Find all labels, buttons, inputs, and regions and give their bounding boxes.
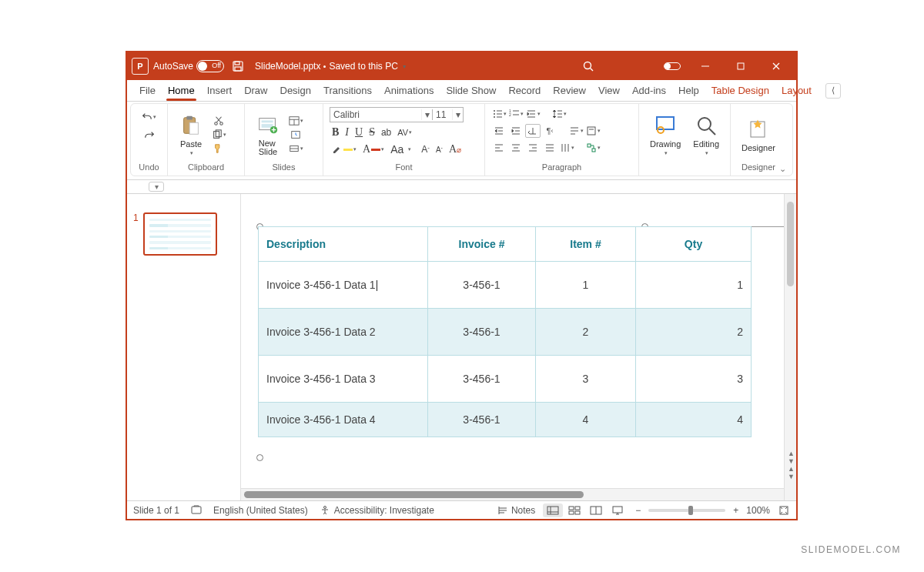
normal-view-button[interactable] (543, 503, 563, 517)
character-spacing-button[interactable]: AV▾ (395, 125, 414, 139)
vertical-scrollbar[interactable]: ▲▼▲▼ (784, 194, 796, 500)
notes-presence-icon[interactable] (190, 504, 203, 517)
designer-button[interactable]: Designer (737, 115, 780, 154)
tab-table-design[interactable]: Table Design (705, 85, 775, 96)
section-button[interactable]: ▾ (288, 142, 303, 156)
justify-button[interactable] (542, 141, 557, 155)
tab-view[interactable]: View (592, 85, 626, 96)
font-name-input[interactable]: Calibri (330, 109, 421, 120)
redo-button[interactable] (142, 129, 157, 142)
tab-addins[interactable]: Add-ins (626, 85, 672, 96)
ltr-text-button[interactable] (525, 124, 541, 138)
undo-button[interactable]: ▾ (142, 110, 157, 124)
search-icon[interactable] (579, 57, 598, 75)
table-header-qty[interactable]: Qty (636, 227, 752, 262)
selection-handle-icon[interactable] (256, 454, 263, 461)
reading-view-button[interactable] (586, 503, 606, 517)
horizontal-scrollbar[interactable] (241, 488, 784, 500)
cut-button[interactable] (211, 114, 226, 128)
ribbon-display-options-icon[interactable]: ⟨ (825, 83, 841, 99)
font-selector[interactable]: Calibri ▾ 11 ▾ (330, 107, 464, 122)
bullets-button[interactable]: ▾ (491, 107, 507, 121)
format-painter-button[interactable] (211, 142, 226, 156)
zoom-out-button[interactable]: − (635, 505, 641, 516)
decrease-font-button[interactable]: Aˇ (434, 142, 445, 156)
bold-button[interactable]: B (330, 125, 341, 139)
tab-transitions[interactable]: Transitions (317, 85, 378, 96)
table-header-item[interactable]: Item # (536, 227, 636, 262)
convert-smartart-button[interactable]: ▾ (585, 141, 601, 155)
maximize-button[interactable] (725, 52, 756, 80)
accessibility-status[interactable]: Accessibility: Investigate (319, 504, 434, 517)
indent-more-button[interactable]: ▾ (525, 107, 541, 121)
tab-layout[interactable]: Layout (775, 85, 818, 96)
clear-formatting-button[interactable]: A⌀ (447, 142, 464, 156)
tab-review[interactable]: Review (547, 85, 592, 96)
slide-thumbnail-1[interactable] (143, 212, 217, 256)
simplified-ribbon-toggle-icon[interactable] (664, 62, 681, 70)
chevron-down-icon[interactable]: ▾ (452, 109, 463, 120)
paste-button[interactable]: Paste ▾ (174, 112, 208, 158)
change-case-button[interactable]: Aa (388, 142, 406, 156)
tab-file[interactable]: File (133, 85, 162, 96)
document-title[interactable]: SlideModel.pptx Saved to this PC ▼ (255, 61, 407, 72)
tab-record[interactable]: Record (502, 85, 547, 96)
copy-button[interactable]: ▾ (211, 128, 226, 142)
language-indicator[interactable]: English (United States) (213, 505, 308, 516)
chevron-down-icon[interactable]: ▾ (421, 109, 432, 120)
align-center-button[interactable] (508, 141, 524, 155)
columns-button[interactable]: ▾ (559, 141, 574, 155)
tab-design[interactable]: Design (274, 85, 317, 96)
fit-to-window-button[interactable] (778, 504, 790, 517)
zoom-slider[interactable] (648, 509, 725, 512)
align-right-button[interactable] (525, 141, 541, 155)
decrease-indent-button[interactable] (491, 124, 507, 138)
text-shadow-button[interactable]: ab (379, 125, 393, 139)
reset-slide-button[interactable] (288, 128, 303, 142)
autosave-toggle[interactable]: AutoSave Off (153, 60, 224, 72)
align-vertical-button[interactable]: ▾ (585, 124, 601, 138)
align-left-button[interactable] (491, 141, 507, 155)
scroll-thumb[interactable] (787, 202, 794, 286)
text-direction-button[interactable]: ▾ (568, 124, 584, 138)
tab-help[interactable]: Help (672, 85, 705, 96)
line-spacing-button[interactable]: ▾ (551, 107, 567, 121)
slide-counter[interactable]: Slide 1 of 1 (133, 505, 179, 516)
zoom-in-button[interactable]: + (733, 505, 738, 516)
tab-draw[interactable]: Draw (238, 85, 273, 96)
slide-sorter-view-button[interactable] (564, 503, 584, 517)
tab-home[interactable]: Home (162, 85, 201, 96)
highlight-button[interactable]: ▾ (330, 142, 359, 156)
save-icon[interactable] (229, 57, 247, 75)
qat-dropdown-icon[interactable]: ▾ (149, 182, 164, 192)
notes-button[interactable]: Notes (497, 504, 535, 517)
drawing-button[interactable]: Drawing▾ (645, 112, 685, 158)
slide-nav-arrows-icon[interactable]: ▲▼▲▼ (788, 450, 795, 480)
table-header-description[interactable]: Description (259, 227, 428, 262)
slideshow-view-button[interactable] (608, 503, 628, 517)
tab-insert[interactable]: Insert (201, 85, 239, 96)
collapse-ribbon-icon[interactable]: ⌄ (775, 163, 789, 174)
zoom-slider-knob[interactable] (688, 506, 693, 515)
font-size-input[interactable]: 11 (432, 109, 452, 120)
table-header-invoice[interactable]: Invoice # (428, 227, 536, 262)
slide-layout-button[interactable]: ▾ (288, 114, 303, 128)
minimize-button[interactable] (690, 52, 721, 80)
tab-slideshow[interactable]: Slide Show (440, 85, 502, 96)
font-color-button[interactable]: A▾ (360, 142, 387, 156)
editing-button[interactable]: Editing▾ (688, 112, 724, 158)
strikethrough-button[interactable]: S (367, 125, 377, 139)
increase-indent-button[interactable] (508, 124, 524, 138)
zoom-percent[interactable]: 100% (746, 505, 770, 516)
tab-animations[interactable]: Animations (378, 85, 440, 96)
italic-button[interactable]: I (343, 125, 351, 139)
slide-canvas[interactable]: Description Invoice # Item # Qty Invoice… (241, 194, 796, 500)
scroll-thumb[interactable] (244, 491, 584, 498)
new-slide-button[interactable]: New Slide (251, 112, 285, 158)
close-button[interactable] (761, 52, 792, 80)
underline-button[interactable]: U (353, 125, 365, 139)
increase-font-button[interactable]: Aˆ (419, 142, 432, 156)
rtl-text-button[interactable]: ¶‹ (542, 124, 557, 138)
numbering-button[interactable]: 12▾ (508, 107, 524, 121)
toggle-switch-icon[interactable]: Off (196, 60, 224, 72)
